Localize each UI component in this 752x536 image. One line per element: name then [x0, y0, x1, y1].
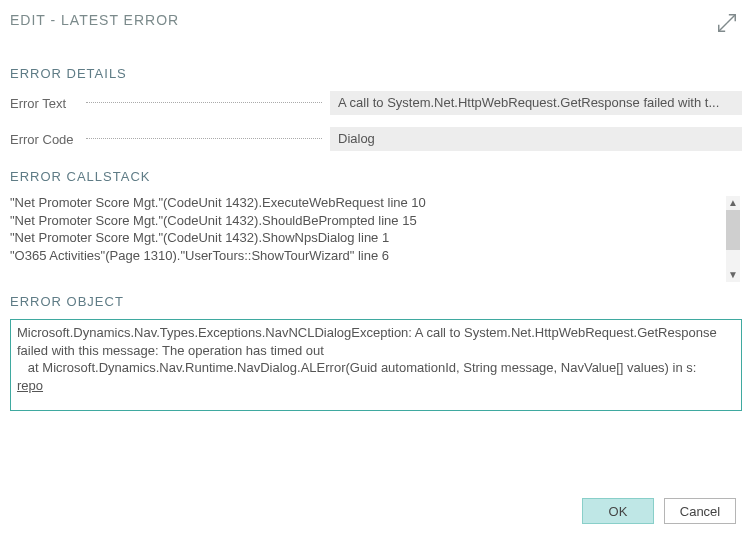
- error-code-label: Error Code: [10, 132, 80, 147]
- expand-icon[interactable]: [716, 12, 738, 34]
- field-error-code: Error Code Dialog: [10, 127, 742, 151]
- error-object-text: Microsoft.Dynamics.Nav.Types.Exceptions.…: [17, 324, 735, 394]
- dialog-footer: OK Cancel: [582, 498, 736, 524]
- callstack-line: "Net Promoter Score Mgt."(CodeUnit 1432)…: [10, 212, 724, 230]
- error-code-value[interactable]: Dialog: [330, 127, 742, 151]
- callstack-line: "Net Promoter Score Mgt."(CodeUnit 1432)…: [10, 229, 724, 247]
- scroll-up-icon[interactable]: ▲: [726, 196, 740, 210]
- callstack-box[interactable]: "Net Promoter Score Mgt."(CodeUnit 1432)…: [10, 194, 742, 284]
- section-callstack-title: ERROR CALLSTACK: [10, 169, 742, 184]
- section-error-object-title: ERROR OBJECT: [10, 294, 742, 309]
- dialog-title: EDIT - LATEST ERROR: [10, 12, 179, 28]
- dialog-content: ERROR DETAILS Error Text A call to Syste…: [0, 66, 752, 411]
- scroll-down-icon[interactable]: ▼: [726, 268, 740, 282]
- ok-button[interactable]: OK: [582, 498, 654, 524]
- scrollbar-thumb[interactable]: [17, 394, 735, 422]
- section-error-details-title: ERROR DETAILS: [10, 66, 742, 81]
- scrollbar-thumb[interactable]: [726, 210, 740, 250]
- callstack-text: "Net Promoter Score Mgt."(CodeUnit 1432)…: [10, 194, 742, 264]
- error-text-label: Error Text: [10, 96, 80, 111]
- dotted-leader: [86, 102, 322, 103]
- callstack-line: "O365 Activities"(Page 1310)."UserTours:…: [10, 247, 724, 265]
- callstack-line: "Net Promoter Score Mgt."(CodeUnit 1432)…: [10, 194, 724, 212]
- cancel-button[interactable]: Cancel: [664, 498, 736, 524]
- error-text-value[interactable]: A call to System.Net.HttpWebRequest.GetR…: [330, 91, 742, 115]
- error-object-box[interactable]: Microsoft.Dynamics.Nav.Types.Exceptions.…: [10, 319, 742, 411]
- dialog-header: EDIT - LATEST ERROR: [0, 0, 752, 40]
- dotted-leader: [86, 138, 322, 139]
- field-error-text: Error Text A call to System.Net.HttpWebR…: [10, 91, 742, 115]
